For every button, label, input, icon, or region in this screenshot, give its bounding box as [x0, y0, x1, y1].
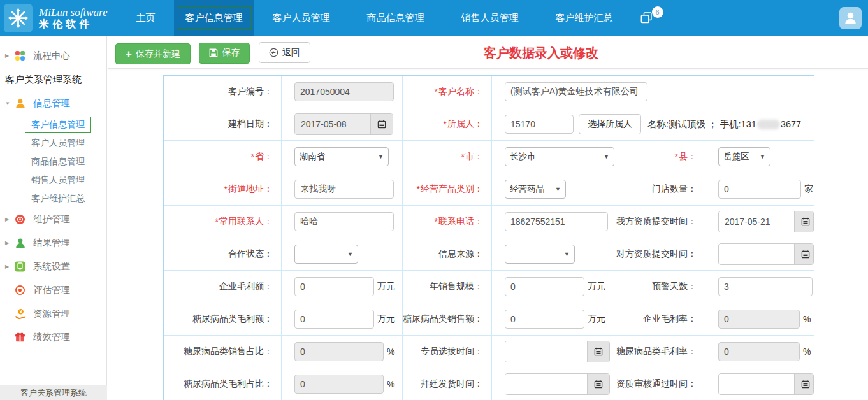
- date-value-input[interactable]: [505, 341, 587, 362]
- calendar-icon[interactable]: [794, 211, 814, 232]
- date-value-input[interactable]: [719, 211, 794, 232]
- street-address-input[interactable]: [294, 180, 394, 199]
- form-field-cell: [492, 336, 619, 368]
- unit-label: %: [803, 346, 811, 357]
- nav-item-label: 销售人员管理: [452, 6, 528, 30]
- calendar-icon[interactable]: [587, 374, 609, 394]
- date-value-input[interactable]: [719, 244, 794, 264]
- owner-phone-suffix: 3677: [781, 119, 801, 129]
- chevron-down-icon: ▼: [555, 186, 561, 192]
- sidebar-item-label: 评估管理: [33, 284, 70, 296]
- date-value-input[interactable]: [719, 374, 794, 394]
- store-count-input[interactable]: [718, 180, 801, 199]
- chevron-down-icon: ▼: [604, 154, 609, 160]
- user-avatar[interactable]: [839, 7, 862, 29]
- province-select[interactable]: 湖南省▼: [294, 147, 389, 166]
- sidebar-subitem-label: 客户人员管理: [31, 138, 85, 149]
- chevron-down-icon: ▼: [564, 251, 570, 257]
- form-row: *省：湖南省▼*市：长沙市▼*县：岳麓区▼: [164, 141, 814, 173]
- info-source-select[interactable]: ▼: [505, 245, 575, 264]
- create-date-label: 建档日期：: [164, 108, 282, 140]
- calendar-icon[interactable]: [587, 341, 609, 362]
- calendar-icon[interactable]: [794, 244, 814, 264]
- customer-code-input: [294, 82, 394, 101]
- maintain-icon: [15, 214, 25, 225]
- form-field-cell: %: [705, 303, 814, 335]
- nav-item-customer-maintenance-summary[interactable]: 客户维护汇总: [537, 0, 632, 36]
- diabetes-sales-input[interactable]: [505, 310, 584, 329]
- unit-label: 万元: [377, 281, 395, 292]
- contact-person-input[interactable]: [294, 212, 394, 231]
- form-field-cell: ▼: [492, 238, 619, 270]
- nav-item-label: 客户信息管理: [177, 6, 252, 30]
- annual-sales-input[interactable]: [505, 277, 584, 296]
- sidebar-subitem-customer-info-management[interactable]: 客户信息管理: [0, 115, 106, 134]
- form-field-cell: 万元: [492, 303, 619, 335]
- nav-item-customer-info-management[interactable]: 客户信息管理: [174, 0, 254, 36]
- sidebar-item-system-settings[interactable]: ▶系统设置: [0, 255, 106, 278]
- select-value: 岳麓区: [723, 151, 749, 162]
- open-tabs-indicator[interactable]: 6: [639, 0, 661, 36]
- sidebar-subitem-customer-staff-management[interactable]: 客户人员管理: [0, 134, 106, 152]
- sidebar-root-crm-root: 客户关系管理系统: [0, 68, 106, 92]
- city-select[interactable]: 长沙市▼: [505, 147, 614, 166]
- form-field-cell: [705, 271, 814, 303]
- nav-item-sales-staff-management[interactable]: 销售人员管理: [443, 0, 537, 36]
- sidebar-subitem-sales-staff-management[interactable]: 销售人员管理: [0, 171, 106, 189]
- back-button[interactable]: 返回: [259, 42, 310, 63]
- diabetes-gross-profit-input[interactable]: [294, 310, 374, 329]
- product-category-select[interactable]: 经营药品▼: [505, 180, 566, 199]
- required-asterisk: *: [461, 152, 465, 162]
- nav-item-home[interactable]: 主页: [118, 0, 174, 36]
- form-row: 糖尿病品类毛利额：万元糖尿病品类销售额：万元企业毛利率：%: [164, 303, 814, 336]
- date-value-input[interactable]: [505, 374, 587, 394]
- sidebar-subitem-product-info-management[interactable]: 商品信息管理: [0, 152, 106, 171]
- calendar-icon[interactable]: [794, 374, 814, 394]
- sidebar-subitem-customer-maintenance-summary[interactable]: 客户维护汇总: [0, 189, 106, 208]
- logo-title: MiLun software: [39, 6, 108, 19]
- save-and-new-button[interactable]: + 保存并新建: [115, 43, 191, 64]
- form-field-cell: [282, 108, 403, 140]
- our-qualification-date-input: [718, 211, 814, 232]
- required-asterisk: *: [435, 87, 438, 97]
- county-select[interactable]: 岳麓区▼: [718, 147, 770, 166]
- form-field-cell: [492, 206, 619, 238]
- owner-input[interactable]: [505, 115, 574, 134]
- warning-days-input[interactable]: [718, 277, 813, 296]
- sidebar-item-process-center[interactable]: ▶流程中心: [0, 44, 106, 68]
- sidebar-item-label: 流程中心: [33, 50, 70, 62]
- required-asterisk: *: [435, 217, 438, 227]
- calendar-icon: [594, 347, 603, 356]
- top-header: MiLun software 米伦软件 主页客户信息管理客户人员管理商品信息管理…: [0, 0, 868, 36]
- sidebar-item-evaluation-management[interactable]: 评估管理: [0, 278, 106, 302]
- gross-profit-input[interactable]: [294, 277, 374, 296]
- sidebar-item-result-management[interactable]: ▶结果管理: [0, 231, 106, 255]
- owner-info-text: 名称:测试顶级 ； 手机:1313677: [647, 118, 801, 131]
- select-owner-button[interactable]: 选择所属人: [579, 114, 641, 134]
- customer-name-input[interactable]: [505, 82, 647, 101]
- cooperation-status-select[interactable]: ▼: [294, 245, 358, 264]
- form-row: *街道地址：*经营产品类别：经营药品▼门店数量：家: [164, 173, 814, 206]
- warning-days-label: 预警天数：: [619, 271, 705, 303]
- sidebar-item-maintenance-management[interactable]: ▶维护管理: [0, 208, 106, 231]
- save-button[interactable]: 保存: [199, 43, 250, 64]
- gross-margin-label: 企业毛利率：: [619, 303, 705, 335]
- customer-code-label: 客户编号：: [164, 76, 282, 108]
- store-count-label: 门店数量：: [619, 173, 705, 205]
- sidebar-item-resource-management[interactable]: 资源管理: [0, 302, 106, 325]
- contact-phone-input[interactable]: [505, 212, 608, 231]
- sidebar-subitem-label: 销售人员管理: [31, 175, 85, 186]
- sidebar-subitem-label: 客户信息管理: [25, 117, 91, 133]
- annual-sales-label: 年销售规模：: [403, 271, 492, 303]
- province-label: *省：: [164, 141, 282, 173]
- nav-item-product-info-management[interactable]: 商品信息管理: [349, 0, 443, 36]
- diabetes-gross-profit-label: 糖尿病品类毛利额：: [164, 303, 282, 335]
- diabetes-profit-ratio-input: [294, 375, 384, 394]
- nav-item-customer-staff-management[interactable]: 客户人员管理: [254, 0, 349, 36]
- sidebar-item-info-management[interactable]: ▼信息管理: [0, 92, 106, 115]
- unit-label: %: [387, 346, 394, 357]
- owner-phone-prefix: 手机:131: [720, 118, 756, 131]
- our-qualification-date-label: 我方资质提交时间：: [619, 206, 705, 238]
- sidebar-item-performance-management[interactable]: 绩效管理: [0, 325, 106, 349]
- calendar-icon[interactable]: [370, 114, 393, 134]
